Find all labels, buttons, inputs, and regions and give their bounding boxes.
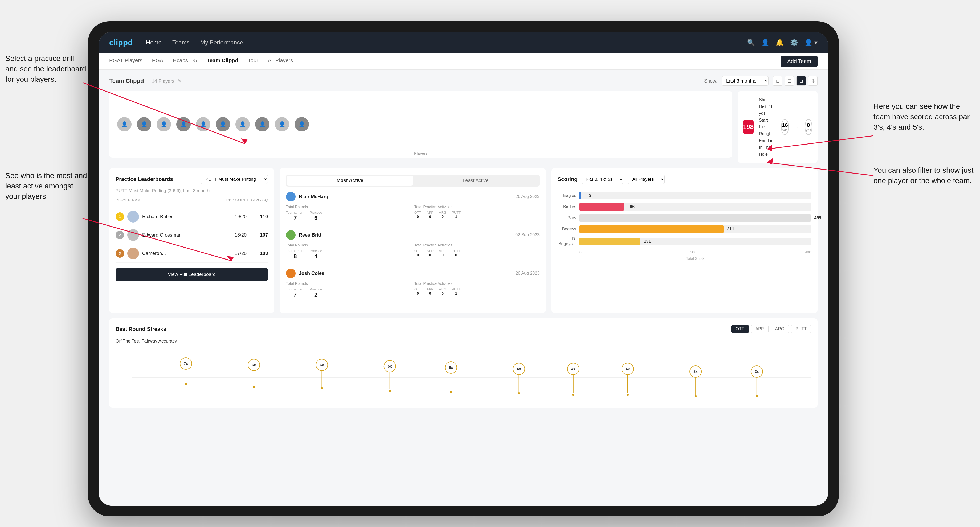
streaks-panel: Best Round Streaks OTT APP ARG PUTT Off … [109,318,818,408]
rank-badge-3: 3 [116,249,124,258]
pa-name-2: Rees Britt [299,232,321,238]
pa-activities-1: Total Practice Activities OTT0 APP0 ARG0… [414,205,539,221]
avatar-3[interactable]: 👤 [157,117,171,132]
par-filter[interactable]: Par 3, 4 & 5s [582,175,624,184]
lb-score-1: 19/20 [225,214,247,220]
drill-select[interactable]: PUTT Must Make Putting [201,175,268,184]
svg-point-21 [450,391,452,393]
subnav-pgat[interactable]: PGAT Players [109,57,142,65]
add-team-button[interactable]: Add Team [781,56,818,67]
subnav-all-players[interactable]: All Players [268,57,293,65]
tablet-frame: clippd Home Teams My Performance 🔍 👤 🔔 ⚙… [88,21,839,516]
least-active-tab[interactable]: Least Active [413,176,538,186]
svg-text:% FA, Fairway Accuracy: % FA, Fairway Accuracy [132,382,132,404]
svg-text:4x: 4x [625,367,630,371]
bar-row-pars: Pars 499 [558,214,811,222]
profile-icon[interactable]: 👤 [761,39,769,46]
streak-filter-putt[interactable]: PUTT [791,325,811,333]
streak-filter-arg[interactable]: ARG [771,325,789,333]
filter-icon[interactable]: ⇅ [808,76,818,86]
svg-text:6x: 6x [252,363,256,367]
avatar-7[interactable]: 👤 [235,117,250,132]
pa-player-3: Josh Coles [286,268,325,278]
lb-score-2: 18/20 [225,232,247,238]
subnav-tour[interactable]: Tour [248,57,258,65]
svg-text:3x: 3x [755,370,759,374]
view-leaderboard-button[interactable]: View Full Leaderboard [116,268,268,281]
sub-navigation: PGAT Players PGA Hcaps 1-5 Team Clippd T… [99,53,828,70]
pa-stats-2: Total Rounds Tournament 8 Practice [286,243,539,260]
annotation-bottom-left: See who is the most and least active amo… [5,170,88,202]
scoring-title: Scoring [558,176,578,182]
annotation-top-right: Here you can see how the team have score… [873,101,975,133]
svg-text:6x: 6x [320,363,324,367]
player-activity-1: Blair McHarg 26 Aug 2023 Total Rounds To [286,192,539,226]
avatar-9[interactable]: 👤 [275,117,289,132]
avatar-1[interactable]: 👤 [117,117,132,132]
show-select[interactable]: Last 3 months [722,76,768,86]
players-filter[interactable]: All Players [628,175,665,184]
chart-axis-label: Total Shots [558,256,811,260]
bar-label-dbogeys: D. Bogeys + [558,237,576,246]
leaderboard-header: Practice Leaderboards PUTT Must Make Put… [116,175,268,184]
subnav-team-clippd[interactable]: Team Clippd [207,57,238,65]
players-label: Players [414,151,428,156]
bar-label-pars: Pars [558,216,576,221]
settings-icon[interactable]: ⚙️ [790,39,798,46]
svg-point-33 [627,394,629,396]
bar-track-birdies: 96 [579,203,811,211]
notification-icon[interactable]: 🔔 [776,39,784,46]
pa-activities-3: Total Practice Activities OTT0 APP0 ARG0… [414,281,539,298]
subnav-hcaps[interactable]: Hcaps 1-5 [173,57,197,65]
table-row: 3 Cameron... 17/20 103 [116,244,268,263]
user-menu-icon[interactable]: 👤 ▾ [805,39,818,46]
streak-filters: OTT APP ARG PUTT [731,325,811,333]
bar-label-birdies: Birdies [558,205,576,209]
avatar-10[interactable]: 👤 [294,117,309,132]
avatar-8[interactable]: 👤 [255,117,269,132]
yds-right: 0 yds [805,119,812,135]
streaks-subtitle: Off The Tee, Fairway Accuracy [116,338,811,344]
svg-point-37 [695,395,697,397]
content-grid: Practice Leaderboards PUTT Must Make Put… [109,168,818,313]
avatar-6[interactable]: 👤 [216,117,230,132]
streaks-svg: 7x 6x 6x [132,351,811,404]
view-icons: ⊞ ☰ ⊟ ⇅ [773,76,818,86]
search-icon[interactable]: 🔍 [747,39,755,46]
rank-badge-2: 2 [116,231,124,239]
grid-view-icon[interactable]: ⊞ [773,76,783,86]
avatar-4[interactable]: 👤 [176,117,191,132]
streak-filter-app[interactable]: APP [751,325,768,333]
pa-avatar-2 [286,230,296,240]
team-header: Team Clippd | 14 Players ✎ Show: Last 3 … [109,76,818,86]
bar-label-eagles: Eagles [558,193,576,198]
lb-score-3: 17/20 [225,251,247,256]
nav-my-performance[interactable]: My Performance [200,39,243,46]
nav-home[interactable]: Home [146,39,162,46]
bar-fill-birdies: 96 [579,203,624,211]
subnav-pga[interactable]: PGA [152,57,163,65]
streaks-header: Best Round Streaks OTT APP ARG PUTT [116,325,811,333]
svg-point-5 [185,383,187,385]
lb-avatar-2 [127,229,139,241]
card-view-icon[interactable]: ⊟ [796,76,806,86]
nav-teams[interactable]: Teams [172,39,189,46]
activity-tabs: Most Active Least Active [286,175,539,187]
top-navigation: clippd Home Teams My Performance 🔍 👤 🔔 ⚙… [99,32,828,53]
avatar-5[interactable]: 👤 [196,117,210,132]
svg-point-29 [572,394,574,396]
avatar-2[interactable]: 👤 [137,117,151,132]
svg-text:4x: 4x [571,367,576,371]
leaderboard-table-header: PLAYER NAME PB SCORE PB AVG SQ [116,198,268,205]
player-activity-2: Rees Britt 02 Sep 2023 Total Rounds Tour [286,230,539,264]
most-active-tab[interactable]: Most Active [287,176,413,186]
lb-avg-3: 103 [247,251,268,256]
yds-left: 16 yds [781,119,789,135]
svg-point-13 [321,387,323,389]
streak-filter-ott[interactable]: OTT [731,325,749,333]
list-view-icon[interactable]: ☰ [784,76,794,86]
svg-text:4x: 4x [517,367,521,371]
bar-track-bogeys: 311 [579,225,811,233]
leaderboard-title: Practice Leaderboards [116,176,173,182]
pa-avatar-3 [286,268,296,278]
